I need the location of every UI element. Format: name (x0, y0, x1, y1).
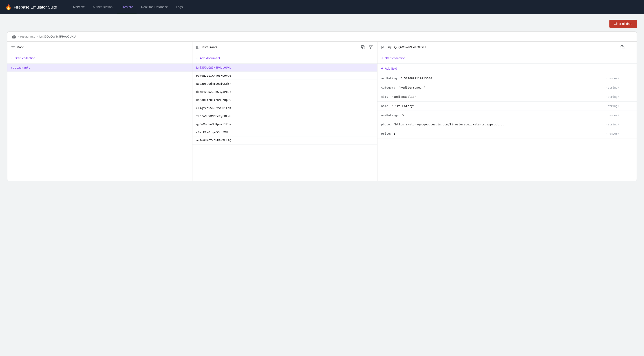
document-icon (381, 45, 385, 49)
svg-point-0 (13, 49, 13, 49)
edit-numRatings-button[interactable]: ✏️ (621, 113, 626, 118)
field-name: name: "Fire Eatery" (string) ✏️ 🗑️ (378, 102, 636, 111)
restaurants-column: restaurants (192, 42, 378, 181)
doc-item-pd7[interactable]: Pd7oNz2eXKxTQsKO9va6 (192, 72, 377, 80)
document-col-body: + Start collection + Add field avgRating… (378, 53, 636, 181)
doc-item-rqq[interactable]: Rqq3DcuUdHTsOBfOSd5h (192, 80, 377, 88)
add-document-label: Add document (200, 56, 220, 60)
field-category: category: "Mediterranean" (string) ✏️ 🗑️ (378, 83, 636, 92)
field-numRatings: numRatings: 5 (number) ✏️ 🗑️ (378, 111, 636, 120)
nav-item-realtime-database[interactable]: Realtime Database (138, 0, 171, 14)
more-document-button[interactable] (627, 44, 633, 50)
field-value-city: "Indianapolis" (392, 95, 604, 98)
svg-rect-2 (363, 47, 365, 49)
field-key-photo: photo: (381, 123, 392, 126)
nav-item-firestore[interactable]: Firestore (117, 0, 136, 14)
field-value-price: 1 (394, 132, 604, 135)
breadcrumb-sep-2: > (36, 35, 38, 38)
field-value-category: "Mediterranean" (399, 86, 604, 89)
document-col-title: Lnj35QLQW3x4PHosOUXU (386, 45, 618, 49)
delete-numRatings-button[interactable]: 🗑️ (628, 113, 633, 118)
delete-category-button[interactable]: 🗑️ (628, 85, 633, 90)
breadcrumb-doc-id: Lnj35QLQW3x4PHosOUXU (39, 35, 76, 38)
doc-item-dl5[interactable]: dL5B4vLDZZubSRy5PeQp (192, 88, 377, 96)
copy-collection-button[interactable] (360, 44, 366, 50)
doc-item-wnr[interactable]: wnRoGUiCTv6hRBWELl9Q (192, 136, 377, 145)
field-type-photo: (string) (606, 123, 619, 126)
start-collection-button[interactable]: + Start collection (8, 53, 192, 64)
field-key-name: name: (381, 104, 390, 108)
document-col-actions (620, 44, 633, 50)
header: 🔥 Firebase Emulator Suite Overview Authe… (0, 0, 644, 14)
brand: 🔥 Firebase Emulator Suite (6, 4, 57, 10)
nav-item-overview[interactable]: Overview (68, 0, 88, 14)
edit-category-button[interactable]: ✏️ (621, 85, 626, 90)
field-photo: photo: "https://storage.googleapis.com/f… (378, 120, 636, 129)
brand-name: Firebase Emulator Suite (14, 5, 57, 10)
add-field-button[interactable]: + Add field (378, 64, 636, 74)
document-column: Lnj35QLQW3x4PHosOUXU (378, 42, 636, 181)
field-type-name: (string) (606, 105, 619, 108)
root-item-restaurants[interactable]: restaurants (8, 64, 192, 72)
delete-city-button[interactable]: 🗑️ (628, 95, 633, 99)
delete-avgRating-button[interactable]: 🗑️ (628, 76, 633, 81)
plus-icon-field: + (381, 66, 384, 71)
field-value-name: "Fire Eatery" (392, 104, 604, 108)
main-content: Clear all data > restaurants > Lnj35QLQW… (0, 14, 644, 187)
start-collection-label: Start collection (15, 56, 36, 60)
nav-item-logs[interactable]: Logs (172, 0, 186, 14)
firestore-panel: > restaurants > Lnj35QLQW3x4PHosOUXU (7, 32, 637, 181)
field-type-numRatings: (number) (606, 114, 619, 117)
breadcrumb-restaurants[interactable]: restaurants (20, 35, 35, 38)
doc-item-ela[interactable]: eLAgYxeSS6k2zWORiLcK (192, 104, 377, 112)
field-value-avgRating: 3.5816899119913588 (400, 77, 604, 80)
start-subcollection-button[interactable]: + Start collection (378, 53, 636, 64)
field-key-price: price: (381, 132, 392, 135)
delete-price-button[interactable]: 🗑️ (628, 132, 633, 136)
add-field-label: Add field (385, 67, 397, 70)
edit-price-button[interactable]: ✏️ (621, 132, 626, 136)
edit-name-button[interactable]: ✏️ (621, 104, 626, 108)
svg-rect-1 (196, 46, 199, 49)
field-value-numRatings: 5 (402, 114, 604, 117)
plus-icon-root: + (11, 56, 14, 61)
svg-point-9 (630, 48, 630, 49)
root-col-title: Root (17, 45, 188, 49)
clear-all-button[interactable]: Clear all data (610, 20, 637, 28)
doc-item-dnz[interactable]: dnZokuiZOEmrnMOcBpSO (192, 96, 377, 104)
top-bar: Clear all data (7, 20, 637, 28)
delete-name-button[interactable]: 🗑️ (628, 104, 633, 108)
edit-city-button[interactable]: ✏️ (621, 95, 626, 99)
nav-item-authentication[interactable]: Authentication (89, 0, 116, 14)
restaurants-col-header: restaurants (192, 42, 377, 53)
field-value-photo: "https://storage.googleapis.com/firestor… (394, 123, 604, 126)
field-city: city: "Indianapolis" (string) ✏️ 🗑️ (378, 92, 636, 102)
field-type-city: (string) (606, 95, 619, 98)
delete-photo-button[interactable]: 🗑️ (628, 122, 633, 127)
doc-item-lnj[interactable]: Lnj35QLQW3x4PHosOUXU (192, 64, 377, 72)
field-type-avgRating: (number) (606, 77, 619, 80)
root-col-body: + Start collection restaurants (8, 53, 192, 181)
restaurants-col-actions (360, 44, 374, 50)
field-key-numRatings: numRatings: (381, 114, 400, 117)
restaurants-col-body: + Add document Lnj35QLQW3x4PHosOUXU Pd7o… (192, 53, 377, 181)
restaurants-col-title: restaurants (202, 45, 358, 49)
root-column: Root + Start collection restaurants (8, 42, 192, 181)
field-type-price: (number) (606, 132, 619, 135)
home-icon[interactable] (12, 34, 16, 39)
doc-item-vbx[interactable]: vBXfFAzOfqYGCfbFVULl (192, 128, 377, 136)
root-icon (11, 45, 15, 50)
doc-item-fec[interactable]: fEcZoNSVMNoPefyPBLZH (192, 112, 377, 120)
add-document-button[interactable]: + Add document (192, 53, 377, 64)
plus-icon-doc-collection: + (381, 56, 384, 61)
main-nav: Overview Authentication Firestore Realti… (68, 0, 186, 14)
field-price: price: 1 (number) ✏️ 🗑️ (378, 129, 636, 138)
svg-point-8 (630, 47, 630, 48)
edit-avgRating-button[interactable]: ✏️ (621, 76, 626, 81)
filter-collection-button[interactable] (368, 44, 374, 50)
edit-photo-button[interactable]: ✏️ (621, 122, 626, 127)
copy-document-button[interactable] (620, 44, 625, 50)
start-subcollection-label: Start collection (385, 56, 406, 60)
field-key-avgRating: avgRating: (381, 77, 398, 80)
doc-item-qp0[interactable]: qp0wXmohoMhKpnzt1Kgw (192, 120, 377, 128)
